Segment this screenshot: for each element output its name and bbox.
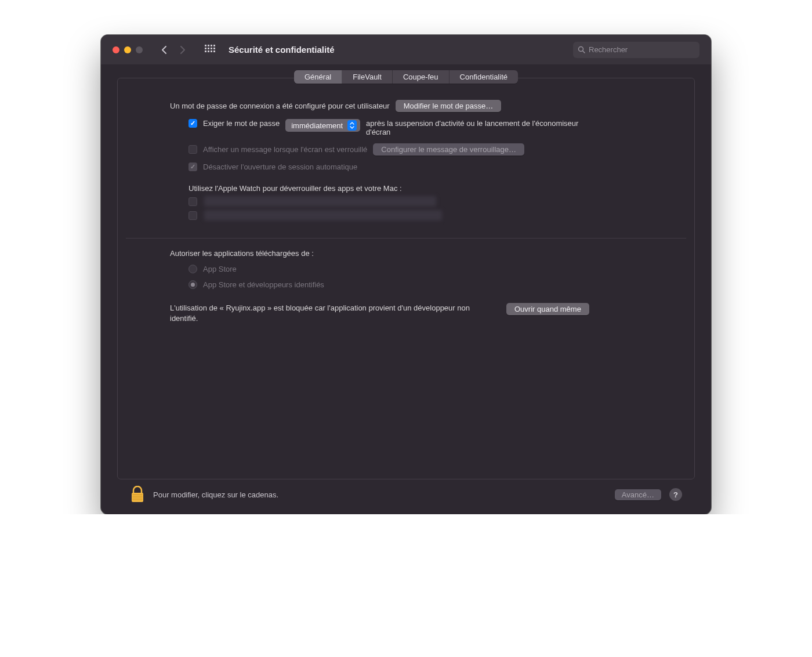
tab-general[interactable]: Général xyxy=(294,70,342,84)
main-panel: Général FileVault Coupe-feu Confidential… xyxy=(117,78,695,479)
svg-rect-1 xyxy=(208,45,209,46)
blocked-app-text: L'utilisation de « Ryujinx.app » est blo… xyxy=(170,303,495,323)
minimize-window-button[interactable] xyxy=(124,46,131,53)
allow-appstore-label: App Store xyxy=(203,265,237,273)
forward-button[interactable] xyxy=(174,42,190,58)
require-password-delay-value: immédiatement xyxy=(291,121,343,130)
svg-rect-0 xyxy=(205,45,206,46)
disable-auto-login-label: Désactiver l'ouverture de session automa… xyxy=(203,163,357,171)
show-all-prefs-button[interactable] xyxy=(202,42,218,58)
search-icon xyxy=(578,46,585,53)
svg-rect-10 xyxy=(211,50,212,52)
titlebar: Sécurité et confidentialité xyxy=(101,35,711,65)
window-title: Sécurité et confidentialité xyxy=(229,45,568,55)
lock-icon[interactable] xyxy=(130,486,145,503)
allow-appstore-row: App Store xyxy=(188,265,654,273)
search-field[interactable] xyxy=(573,42,699,58)
allow-identified-label: App Store et développeurs identifiés xyxy=(203,280,324,289)
svg-rect-7 xyxy=(213,48,215,49)
require-password-suffix: après la suspension d'activité ou le lan… xyxy=(366,119,581,136)
svg-rect-2 xyxy=(211,45,212,46)
svg-rect-4 xyxy=(205,48,206,49)
allow-appstore-radio xyxy=(188,265,197,273)
tab-bar: Général FileVault Coupe-feu Confidential… xyxy=(294,70,518,84)
content-area: Général FileVault Coupe-feu Confidential… xyxy=(101,65,711,514)
back-button[interactable] xyxy=(157,42,173,58)
require-password-row: Exiger le mot de passe immédiatement apr… xyxy=(188,119,654,136)
password-set-label: Un mot de passe de connexion a été confi… xyxy=(170,102,390,110)
require-password-prefix: Exiger le mot de passe xyxy=(203,119,280,128)
svg-rect-8 xyxy=(205,50,206,52)
open-anyway-button[interactable]: Ouvrir quand même xyxy=(506,303,589,315)
traffic-lights xyxy=(113,46,143,53)
tab-filevault[interactable]: FileVault xyxy=(342,70,393,84)
svg-rect-9 xyxy=(208,50,209,52)
password-set-row: Un mot de passe de connexion a été confi… xyxy=(170,100,654,112)
allow-identified-radio xyxy=(188,280,197,289)
require-password-delay-select[interactable]: immédiatement xyxy=(285,119,360,132)
require-password-checkbox[interactable] xyxy=(188,119,197,128)
allow-apps-section: Autoriser les applications téléchargées … xyxy=(118,239,694,296)
svg-rect-14 xyxy=(132,493,143,502)
close-window-button[interactable] xyxy=(113,46,119,53)
lock-hint-text: Pour modifier, cliquez sur le cadenas. xyxy=(153,490,607,499)
apple-watch-name-2-redacted xyxy=(204,210,442,221)
help-button[interactable]: ? xyxy=(669,488,682,501)
svg-rect-11 xyxy=(213,50,215,52)
svg-rect-6 xyxy=(211,48,212,49)
apple-watch-item-1 xyxy=(188,196,654,207)
disable-auto-login-row: Désactiver l'ouverture de session automa… xyxy=(188,163,654,171)
blocked-app-row: L'utilisation de « Ryujinx.app » est blo… xyxy=(118,296,694,323)
zoom-window-button[interactable] xyxy=(136,46,143,53)
svg-rect-3 xyxy=(213,45,215,46)
show-lock-message-label: Afficher un message lorsque l'écran est … xyxy=(203,145,367,154)
tab-firewall[interactable]: Coupe-feu xyxy=(393,70,449,84)
tab-privacy[interactable]: Confidentialité xyxy=(449,70,518,84)
preferences-window: Sécurité et confidentialité Général File… xyxy=(101,35,711,514)
advanced-button[interactable]: Avancé… xyxy=(615,489,661,500)
search-input[interactable] xyxy=(589,45,695,54)
general-section: Un mot de passe de connexion a été confi… xyxy=(118,84,694,222)
change-password-button[interactable]: Modifier le mot de passe… xyxy=(396,100,502,112)
svg-rect-5 xyxy=(208,48,209,49)
apple-watch-name-1-redacted xyxy=(204,196,436,207)
apple-watch-checkbox-1 xyxy=(188,197,197,206)
allow-apps-heading: Autoriser les applications téléchargées … xyxy=(170,249,654,258)
apple-watch-checkbox-2 xyxy=(188,211,197,220)
apple-watch-heading: Utilisez l'Apple Watch pour déverrouille… xyxy=(188,184,402,193)
nav-arrows xyxy=(157,42,190,58)
chevron-updown-icon xyxy=(347,120,357,131)
apple-watch-item-2 xyxy=(188,210,654,221)
configure-lock-message-button: Configurer le message de verrouillage… xyxy=(373,143,524,156)
allow-identified-row: App Store et développeurs identifiés xyxy=(188,280,654,289)
svg-line-13 xyxy=(583,51,585,53)
show-lock-message-checkbox xyxy=(188,145,197,154)
footer: Pour modifier, cliquez sur le cadenas. A… xyxy=(117,479,695,510)
show-lock-message-row: Afficher un message lorsque l'écran est … xyxy=(188,143,654,156)
disable-auto-login-checkbox xyxy=(188,163,197,171)
